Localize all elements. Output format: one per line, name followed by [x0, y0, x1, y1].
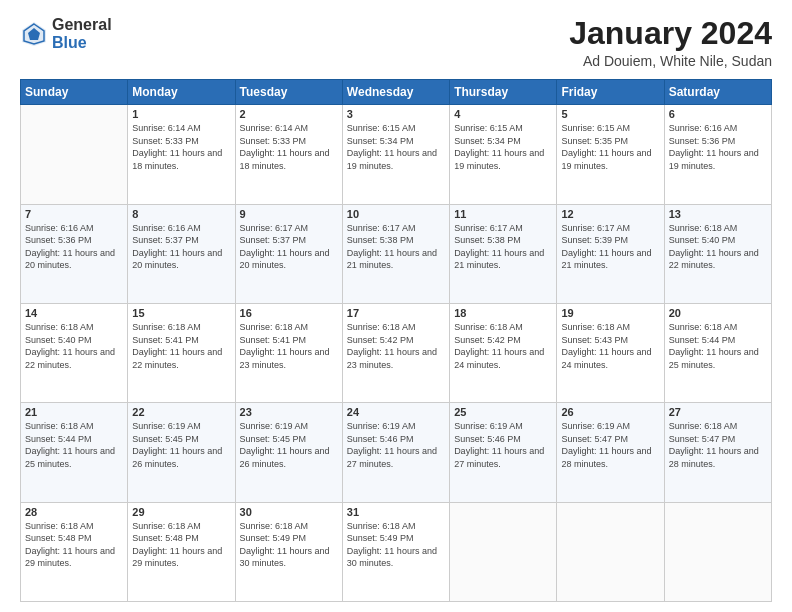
calendar-cell: 24Sunrise: 6:19 AM Sunset: 5:46 PM Dayli…	[342, 403, 449, 502]
day-number: 5	[561, 108, 659, 120]
day-number: 3	[347, 108, 445, 120]
calendar-cell: 28Sunrise: 6:18 AM Sunset: 5:48 PM Dayli…	[21, 502, 128, 601]
calendar-cell: 30Sunrise: 6:18 AM Sunset: 5:49 PM Dayli…	[235, 502, 342, 601]
day-info: Sunrise: 6:18 AM Sunset: 5:44 PM Dayligh…	[669, 321, 767, 371]
day-info: Sunrise: 6:19 AM Sunset: 5:45 PM Dayligh…	[132, 420, 230, 470]
day-number: 4	[454, 108, 552, 120]
calendar-cell: 2Sunrise: 6:14 AM Sunset: 5:33 PM Daylig…	[235, 105, 342, 204]
day-info: Sunrise: 6:18 AM Sunset: 5:40 PM Dayligh…	[25, 321, 123, 371]
calendar-cell: 16Sunrise: 6:18 AM Sunset: 5:41 PM Dayli…	[235, 303, 342, 402]
day-number: 1	[132, 108, 230, 120]
day-info: Sunrise: 6:18 AM Sunset: 5:40 PM Dayligh…	[669, 222, 767, 272]
calendar-cell: 9Sunrise: 6:17 AM Sunset: 5:37 PM Daylig…	[235, 204, 342, 303]
logo-general: General	[52, 16, 112, 34]
calendar-day-header: Friday	[557, 80, 664, 105]
calendar-week-row: 21Sunrise: 6:18 AM Sunset: 5:44 PM Dayli…	[21, 403, 772, 502]
day-info: Sunrise: 6:19 AM Sunset: 5:46 PM Dayligh…	[347, 420, 445, 470]
day-number: 30	[240, 506, 338, 518]
subtitle: Ad Douiem, White Nile, Sudan	[569, 53, 772, 69]
calendar-week-row: 28Sunrise: 6:18 AM Sunset: 5:48 PM Dayli…	[21, 502, 772, 601]
logo-text: General Blue	[52, 16, 112, 51]
calendar-cell: 26Sunrise: 6:19 AM Sunset: 5:47 PM Dayli…	[557, 403, 664, 502]
page: General Blue January 2024 Ad Douiem, Whi…	[0, 0, 792, 612]
header: General Blue January 2024 Ad Douiem, Whi…	[20, 16, 772, 69]
main-title: January 2024	[569, 16, 772, 51]
calendar-day-header: Tuesday	[235, 80, 342, 105]
calendar-day-header: Thursday	[450, 80, 557, 105]
day-number: 13	[669, 208, 767, 220]
day-info: Sunrise: 6:18 AM Sunset: 5:49 PM Dayligh…	[347, 520, 445, 570]
day-info: Sunrise: 6:18 AM Sunset: 5:47 PM Dayligh…	[669, 420, 767, 470]
day-info: Sunrise: 6:17 AM Sunset: 5:37 PM Dayligh…	[240, 222, 338, 272]
day-number: 23	[240, 406, 338, 418]
calendar-cell: 1Sunrise: 6:14 AM Sunset: 5:33 PM Daylig…	[128, 105, 235, 204]
calendar-cell: 4Sunrise: 6:15 AM Sunset: 5:34 PM Daylig…	[450, 105, 557, 204]
day-number: 9	[240, 208, 338, 220]
calendar-week-row: 14Sunrise: 6:18 AM Sunset: 5:40 PM Dayli…	[21, 303, 772, 402]
day-number: 26	[561, 406, 659, 418]
day-info: Sunrise: 6:14 AM Sunset: 5:33 PM Dayligh…	[132, 122, 230, 172]
calendar-cell: 25Sunrise: 6:19 AM Sunset: 5:46 PM Dayli…	[450, 403, 557, 502]
calendar-cell	[664, 502, 771, 601]
day-number: 31	[347, 506, 445, 518]
calendar-week-row: 7Sunrise: 6:16 AM Sunset: 5:36 PM Daylig…	[21, 204, 772, 303]
day-info: Sunrise: 6:15 AM Sunset: 5:35 PM Dayligh…	[561, 122, 659, 172]
day-info: Sunrise: 6:14 AM Sunset: 5:33 PM Dayligh…	[240, 122, 338, 172]
day-number: 20	[669, 307, 767, 319]
day-number: 17	[347, 307, 445, 319]
calendar-week-row: 1Sunrise: 6:14 AM Sunset: 5:33 PM Daylig…	[21, 105, 772, 204]
calendar-cell: 21Sunrise: 6:18 AM Sunset: 5:44 PM Dayli…	[21, 403, 128, 502]
day-number: 24	[347, 406, 445, 418]
calendar-day-header: Monday	[128, 80, 235, 105]
day-number: 8	[132, 208, 230, 220]
calendar-cell: 27Sunrise: 6:18 AM Sunset: 5:47 PM Dayli…	[664, 403, 771, 502]
day-number: 19	[561, 307, 659, 319]
day-info: Sunrise: 6:17 AM Sunset: 5:38 PM Dayligh…	[454, 222, 552, 272]
day-info: Sunrise: 6:17 AM Sunset: 5:38 PM Dayligh…	[347, 222, 445, 272]
day-info: Sunrise: 6:18 AM Sunset: 5:43 PM Dayligh…	[561, 321, 659, 371]
day-info: Sunrise: 6:17 AM Sunset: 5:39 PM Dayligh…	[561, 222, 659, 272]
calendar-cell: 5Sunrise: 6:15 AM Sunset: 5:35 PM Daylig…	[557, 105, 664, 204]
calendar-cell: 7Sunrise: 6:16 AM Sunset: 5:36 PM Daylig…	[21, 204, 128, 303]
calendar-cell: 8Sunrise: 6:16 AM Sunset: 5:37 PM Daylig…	[128, 204, 235, 303]
day-info: Sunrise: 6:19 AM Sunset: 5:47 PM Dayligh…	[561, 420, 659, 470]
calendar-cell: 20Sunrise: 6:18 AM Sunset: 5:44 PM Dayli…	[664, 303, 771, 402]
logo-icon	[20, 20, 48, 48]
day-info: Sunrise: 6:18 AM Sunset: 5:42 PM Dayligh…	[347, 321, 445, 371]
day-info: Sunrise: 6:18 AM Sunset: 5:49 PM Dayligh…	[240, 520, 338, 570]
day-info: Sunrise: 6:16 AM Sunset: 5:37 PM Dayligh…	[132, 222, 230, 272]
calendar-cell: 18Sunrise: 6:18 AM Sunset: 5:42 PM Dayli…	[450, 303, 557, 402]
day-info: Sunrise: 6:16 AM Sunset: 5:36 PM Dayligh…	[25, 222, 123, 272]
day-info: Sunrise: 6:15 AM Sunset: 5:34 PM Dayligh…	[347, 122, 445, 172]
day-number: 16	[240, 307, 338, 319]
day-number: 2	[240, 108, 338, 120]
day-info: Sunrise: 6:18 AM Sunset: 5:48 PM Dayligh…	[25, 520, 123, 570]
calendar-cell: 29Sunrise: 6:18 AM Sunset: 5:48 PM Dayli…	[128, 502, 235, 601]
calendar-cell: 13Sunrise: 6:18 AM Sunset: 5:40 PM Dayli…	[664, 204, 771, 303]
day-info: Sunrise: 6:18 AM Sunset: 5:48 PM Dayligh…	[132, 520, 230, 570]
day-number: 7	[25, 208, 123, 220]
calendar-cell: 31Sunrise: 6:18 AM Sunset: 5:49 PM Dayli…	[342, 502, 449, 601]
day-number: 27	[669, 406, 767, 418]
day-info: Sunrise: 6:18 AM Sunset: 5:42 PM Dayligh…	[454, 321, 552, 371]
calendar-cell: 14Sunrise: 6:18 AM Sunset: 5:40 PM Dayli…	[21, 303, 128, 402]
calendar-cell: 10Sunrise: 6:17 AM Sunset: 5:38 PM Dayli…	[342, 204, 449, 303]
calendar-cell: 19Sunrise: 6:18 AM Sunset: 5:43 PM Dayli…	[557, 303, 664, 402]
day-info: Sunrise: 6:18 AM Sunset: 5:41 PM Dayligh…	[132, 321, 230, 371]
calendar-cell: 11Sunrise: 6:17 AM Sunset: 5:38 PM Dayli…	[450, 204, 557, 303]
calendar-header-row: SundayMondayTuesdayWednesdayThursdayFrid…	[21, 80, 772, 105]
day-info: Sunrise: 6:19 AM Sunset: 5:45 PM Dayligh…	[240, 420, 338, 470]
calendar-cell: 3Sunrise: 6:15 AM Sunset: 5:34 PM Daylig…	[342, 105, 449, 204]
day-number: 28	[25, 506, 123, 518]
title-block: January 2024 Ad Douiem, White Nile, Suda…	[569, 16, 772, 69]
logo: General Blue	[20, 16, 112, 51]
day-info: Sunrise: 6:19 AM Sunset: 5:46 PM Dayligh…	[454, 420, 552, 470]
calendar-cell: 22Sunrise: 6:19 AM Sunset: 5:45 PM Dayli…	[128, 403, 235, 502]
logo-blue: Blue	[52, 34, 112, 52]
day-number: 22	[132, 406, 230, 418]
calendar-day-header: Sunday	[21, 80, 128, 105]
day-number: 29	[132, 506, 230, 518]
day-number: 18	[454, 307, 552, 319]
calendar-cell	[21, 105, 128, 204]
calendar-cell: 17Sunrise: 6:18 AM Sunset: 5:42 PM Dayli…	[342, 303, 449, 402]
